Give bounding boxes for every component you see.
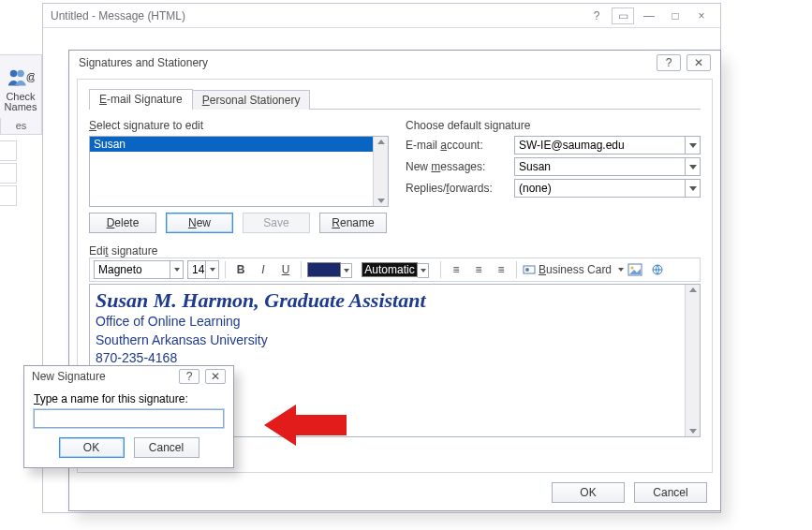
replies-forwards-label: Replies/forwards: (406, 182, 509, 195)
close-icon[interactable]: × (690, 7, 713, 24)
tab-strip: E-mail Signature Personal Stationery (89, 89, 701, 110)
highlight-color-picker[interactable]: Automatic (362, 262, 418, 277)
edit-signature-label: Edit signature (89, 244, 701, 258)
tab-personal-stationery[interactable]: Personal Stationery (192, 90, 311, 110)
chevron-down-icon[interactable] (341, 263, 352, 278)
font-size-combo[interactable]: 14 (187, 260, 219, 279)
new-sig-help-icon[interactable]: ? (179, 369, 199, 384)
signature-line-1: Susan M. Harmon, Graduate Assistant (96, 288, 694, 313)
new-sig-prompt: Type a name for this signature: (34, 392, 224, 405)
maximize-icon[interactable]: □ (664, 7, 687, 24)
replies-forwards-combo[interactable]: (none) (514, 179, 701, 198)
delete-button[interactable]: Delete (89, 213, 156, 233)
chevron-down-icon[interactable] (170, 261, 183, 278)
select-signature-label: Select signature to edit (89, 119, 389, 132)
left-edge-stubs (0, 140, 17, 208)
picture-icon (627, 263, 642, 276)
align-left-button[interactable]: ≡ (447, 260, 465, 279)
help-icon[interactable]: ? (585, 7, 608, 24)
insert-hyperlink-button[interactable] (648, 260, 667, 279)
dialog-title: Signatures and Stationery (79, 56, 208, 69)
ribbon-toggle-icon[interactable]: ▭ (612, 7, 634, 24)
chevron-down-icon[interactable] (205, 261, 218, 278)
message-window-titlebar: Untitled - Message (HTML) ? ▭ — □ × (43, 4, 720, 28)
choose-default-label: Choose default signature (406, 119, 701, 132)
bold-button[interactable]: B (231, 260, 250, 279)
new-signature-title: New Signature (32, 370, 106, 383)
chevron-down-icon[interactable] (618, 260, 624, 279)
italic-button[interactable]: I (254, 260, 273, 279)
signature-line-3: Southern Arkansas University (96, 331, 694, 350)
new-signature-dialog: New Signature ? ✕ Type a name for this s… (23, 365, 234, 468)
signature-listbox[interactable]: Susan (89, 136, 389, 207)
editor-scrollbar[interactable] (685, 285, 700, 436)
chevron-down-icon[interactable] (685, 180, 700, 197)
svg-marker-8 (264, 405, 347, 446)
dialog-help-icon[interactable]: ? (657, 54, 681, 71)
editor-toolbar: Magneto 14 B I U Automatic ≡ ≡ ≡ Busines… (89, 258, 701, 282)
align-center-button[interactable]: ≡ (469, 260, 488, 279)
new-messages-combo[interactable]: Susan (514, 157, 701, 176)
rename-button[interactable]: Rename (319, 213, 387, 233)
dialog-close-icon[interactable]: ✕ (687, 54, 711, 71)
check-names-button[interactable]: @ Check Names (2, 57, 39, 113)
cancel-button[interactable]: Cancel (634, 482, 707, 503)
chevron-down-icon[interactable] (418, 263, 429, 278)
font-combo[interactable]: Magneto (94, 260, 184, 279)
new-messages-label: New messages: (406, 160, 509, 173)
insert-picture-button[interactable] (626, 260, 644, 279)
new-sig-ok-button[interactable]: OK (59, 437, 125, 458)
email-account-label: E-mail account: (406, 139, 509, 152)
chevron-down-icon[interactable] (685, 137, 700, 154)
svg-point-6 (631, 267, 634, 270)
signature-line-2: Office of Online Learning (96, 313, 694, 331)
chevron-down-icon[interactable] (685, 158, 700, 175)
new-sig-close-icon[interactable]: ✕ (205, 369, 226, 384)
svg-point-1 (17, 70, 24, 78)
business-card-button[interactable]: Business Card (523, 260, 622, 279)
signature-list-item[interactable]: Susan (90, 137, 388, 152)
dialog-titlebar: Signatures and Stationery ? ✕ (69, 51, 720, 75)
svg-text:@: @ (26, 71, 35, 82)
business-card-icon (523, 263, 536, 276)
tab-email-signature[interactable]: E-mail Signature (89, 89, 193, 110)
annotation-arrow (264, 399, 348, 451)
svg-point-0 (10, 70, 18, 78)
email-account-combo[interactable]: SW-IE@saumag.edu (514, 136, 701, 155)
font-color-picker[interactable] (307, 262, 341, 277)
new-signature-titlebar: New Signature ? ✕ (24, 366, 233, 387)
save-button: Save (243, 213, 310, 233)
minimize-icon[interactable]: — (638, 7, 660, 24)
new-sig-name-input[interactable] (34, 409, 224, 428)
ribbon-group-label: es (0, 118, 42, 135)
underline-button[interactable]: U (276, 260, 295, 279)
align-right-button[interactable]: ≡ (492, 260, 510, 279)
ok-button[interactable]: OK (552, 482, 625, 503)
new-sig-cancel-button[interactable]: Cancel (134, 437, 199, 458)
new-button[interactable]: New (166, 213, 233, 233)
dialog-footer: OK Cancel (552, 482, 707, 503)
message-window-title: Untitled - Message (HTML) (51, 9, 185, 22)
link-icon (650, 263, 665, 276)
check-names-icon: @ (7, 66, 35, 92)
listbox-scrollbar[interactable] (373, 137, 388, 206)
svg-point-4 (525, 268, 529, 272)
